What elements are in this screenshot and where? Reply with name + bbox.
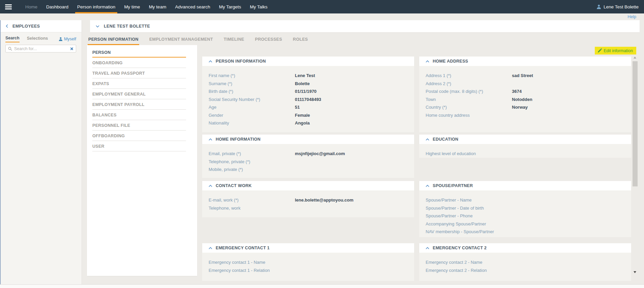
nav-item-my-targets[interactable]: My Targets	[215, 0, 246, 13]
field-nationality: NationalityAngola	[209, 121, 407, 125]
user-icon	[596, 4, 601, 9]
myself-link[interactable]: Myself	[59, 37, 76, 41]
field-email-work: E-mail, work (*)lene.bolette@apptoyou.co…	[209, 198, 407, 203]
menu-icon[interactable]	[5, 4, 12, 9]
tab-timeline[interactable]: TIMELINE	[223, 37, 245, 45]
field-birth-date: Birth date (*)01/11/1970	[209, 89, 407, 94]
field-nav-membership: NAV membership - Spouse/Partner	[426, 229, 624, 234]
page-title: LENE TEST BOLETTE	[104, 24, 150, 29]
tab-employment-management[interactable]: EMPLOYMENT MANAGEMENT	[149, 37, 214, 45]
subnav-item-expats[interactable]: EXPATS	[92, 78, 186, 89]
subnav-item-offboarding[interactable]: OFFBOARDING	[92, 131, 186, 141]
field-emergency1-name: Emergency contact 1 - Name	[209, 260, 407, 265]
content-row: PERSON ONBOARDING TRAVEL AND PASSPORT EX…	[86, 45, 644, 281]
card-education-header[interactable]: EDUCATION	[419, 135, 631, 144]
help-bar: Help	[0, 13, 644, 20]
nav-item-my-team[interactable]: My team	[145, 0, 171, 13]
field-home-country-address: Home country address	[426, 113, 624, 118]
scroll-up-icon[interactable]	[634, 57, 636, 59]
field-social-security-number: Social Security Number (*)01117048493	[209, 97, 407, 102]
card-body: Address 1 (*)sad Street Address 2 (*) Po…	[419, 66, 631, 132]
user-menu[interactable]: Lene Test Bolette	[596, 4, 639, 9]
tab-roles[interactable]: ROLES	[292, 37, 309, 45]
card-home-address-header[interactable]: HOME ADDRESS	[419, 57, 631, 66]
employees-back-header[interactable]: EMPLOYEES	[0, 20, 82, 32]
nav-item-dashboard[interactable]: Dashboard	[42, 0, 73, 13]
subnav-item-onboarding[interactable]: ONBOARDING	[92, 58, 186, 68]
chevron-up-icon	[426, 60, 429, 63]
card-person-information-header[interactable]: PERSON INFORMATION	[202, 57, 414, 66]
clear-search-icon[interactable]	[70, 47, 73, 50]
cards-column-left: PERSON INFORMATION First name (*)Lene Te…	[202, 57, 414, 281]
tab-processes[interactable]: PROCESSES	[254, 37, 283, 45]
field-town: TownNotodden	[426, 97, 624, 102]
search-box	[5, 45, 76, 52]
card-body: Spouse/Partner - Name Spouse/Partner - D…	[419, 190, 631, 237]
cards-column-right: HOME ADDRESS Address 1 (*)sad Street Add…	[419, 57, 631, 281]
nav-item-person-information[interactable]: Person information	[73, 0, 120, 13]
chevron-up-icon	[426, 185, 429, 187]
person-collapse-header[interactable]: LENE TEST BOLETTE	[90, 20, 640, 32]
field-mobile-private: Mobile, private (*)	[209, 167, 407, 172]
main-content: LENE TEST BOLETTE PERSON INFORMATION EMP…	[86, 20, 644, 284]
tab-person-information[interactable]: PERSON INFORMATION	[88, 37, 139, 45]
field-emergency2-name: Emergency contact 2 - Name	[426, 260, 624, 265]
chevron-up-icon	[209, 138, 212, 141]
chevron-left-icon	[6, 24, 8, 28]
search-input[interactable]	[14, 46, 68, 51]
card-title: EMERGENCY CONTACT 2	[433, 246, 487, 250]
scroll-down-icon[interactable]	[634, 271, 636, 273]
person-icon	[59, 37, 63, 41]
card-spouse-partner-header[interactable]: SPOUSE/PARTNER	[419, 181, 631, 190]
subnav-item-employment-general[interactable]: EMPLOYMENT GENERAL	[92, 89, 186, 99]
card-emergency-contact-1-header[interactable]: EMERGENCY CONTACT 1	[202, 243, 414, 253]
sidebar-tabs: Search Selections Myself	[5, 36, 76, 42]
card-contact-work-header[interactable]: CONTACT WORK	[202, 181, 414, 190]
card-body: Email, private (*)msjnfijejioc@gmail.com…	[202, 144, 414, 178]
field-telephone-work: Telephone, work	[209, 206, 407, 211]
main-navigation: Home Dashboard Person information My tim…	[21, 0, 272, 13]
subnav-item-user[interactable]: USER	[92, 141, 186, 151]
field-spouse-name: Spouse/Partner - Name	[426, 198, 624, 203]
card-emergency-contact-2-header[interactable]: EMERGENCY CONTACT 2	[419, 243, 631, 253]
myself-label: Myself	[64, 37, 76, 41]
subnav-item-employment-payroll[interactable]: EMPLOYMENT PAYROLL	[92, 99, 186, 110]
chevron-down-icon	[96, 25, 99, 28]
nav-item-my-time[interactable]: My time	[120, 0, 144, 13]
nav-item-advanced-search[interactable]: Advanced search	[171, 0, 214, 13]
card-title: EDUCATION	[433, 137, 458, 142]
nav-item-my-talks[interactable]: My Talks	[246, 0, 272, 13]
field-country: Country (*)Norway	[426, 105, 624, 110]
help-link[interactable]: Help	[627, 14, 636, 19]
card-home-address: HOME ADDRESS Address 1 (*)sad Street Add…	[419, 57, 631, 132]
card-body: E-mail, work (*)lene.bolette@apptoyou.co…	[202, 190, 414, 217]
tab-search[interactable]: Search	[5, 36, 20, 42]
edit-information-button[interactable]: Edit information	[595, 47, 636, 55]
field-emergency2-relation: Emergency contact 2 - Relation	[426, 268, 624, 273]
pencil-icon	[597, 48, 602, 53]
field-gender: GenderFemale	[209, 113, 407, 118]
card-contact-work: CONTACT WORK E-mail, work (*)lene.bolett…	[202, 181, 414, 217]
card-emergency-contact-1: EMERGENCY CONTACT 1 Emergency contact 1 …	[202, 243, 414, 281]
subnav-item-personnel-file[interactable]: PERSONNEL FILE	[92, 120, 186, 131]
search-icon	[8, 47, 12, 51]
card-home-information-header[interactable]: HOME INFORMATION	[202, 135, 414, 144]
employees-sidebar: EMPLOYEES Search Selections Myself	[0, 20, 82, 284]
subnav-item-balances[interactable]: BALANCES	[92, 110, 186, 120]
field-age: Age51	[209, 105, 407, 110]
vertical-scrollbar[interactable]	[632, 57, 638, 274]
card-title: CONTACT WORK	[216, 183, 252, 188]
subnav-item-travel-and-passport[interactable]: TRAVEL AND PASSPORT	[92, 68, 186, 78]
field-address-2: Address 2 (*)	[426, 81, 624, 86]
chevron-up-icon	[426, 247, 429, 249]
main-tabs: PERSON INFORMATION EMPLOYMENT MANAGEMENT…	[88, 37, 644, 45]
top-navbar: Home Dashboard Person information My tim…	[0, 0, 644, 13]
scrollbar-thumb[interactable]	[633, 61, 638, 186]
card-person-information: PERSON INFORMATION First name (*)Lene Te…	[202, 57, 414, 132]
subnav-item-person[interactable]: PERSON	[92, 47, 186, 58]
card-education: EDUCATION Highest level of education	[419, 135, 631, 158]
nav-item-home[interactable]: Home	[21, 0, 42, 13]
bottom-strip	[0, 284, 644, 288]
field-highest-education: Highest level of education	[426, 151, 624, 156]
tab-selections[interactable]: Selections	[27, 36, 48, 42]
